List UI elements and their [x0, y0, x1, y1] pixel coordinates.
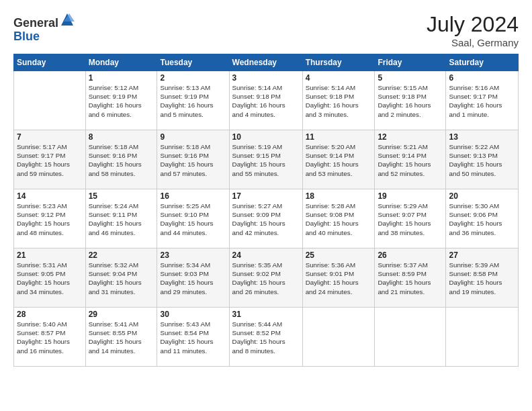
logo-blue: Blue — [13, 30, 40, 43]
col-friday: Friday — [375, 54, 446, 71]
calendar-cell: 3Sunrise: 5:14 AMSunset: 9:18 PMDaylight… — [229, 71, 302, 130]
location: Saal, Germany — [427, 37, 519, 48]
day-number: 29 — [89, 310, 154, 319]
cell-content: Sunrise: 5:12 AMSunset: 9:19 PMDaylight:… — [89, 83, 154, 119]
day-number: 24 — [232, 250, 300, 260]
cell-content: Sunrise: 5:19 AMSunset: 9:15 PMDaylight:… — [232, 142, 300, 178]
cell-content: Sunrise: 5:41 AMSunset: 8:55 PMDaylight:… — [89, 320, 154, 355]
day-number: 21 — [17, 250, 83, 260]
day-number: 3 — [232, 73, 300, 83]
calendar-cell: 10Sunrise: 5:19 AMSunset: 9:15 PMDayligh… — [229, 130, 302, 189]
cell-content: Sunrise: 5:23 AMSunset: 9:12 PMDaylight:… — [17, 201, 83, 237]
calendar-cell: 13Sunrise: 5:22 AMSunset: 9:13 PMDayligh… — [446, 130, 519, 189]
calendar-cell — [375, 308, 446, 367]
calendar-cell: 11Sunrise: 5:20 AMSunset: 9:14 PMDayligh… — [302, 130, 375, 189]
cell-content: Sunrise: 5:17 AMSunset: 9:17 PMDaylight:… — [17, 142, 83, 178]
cell-content: Sunrise: 5:18 AMSunset: 9:16 PMDaylight:… — [160, 142, 226, 178]
day-number: 20 — [449, 191, 515, 201]
calendar-cell: 5Sunrise: 5:15 AMSunset: 9:18 PMDaylight… — [375, 71, 446, 130]
cell-content: Sunrise: 5:28 AMSunset: 9:08 PMDaylight:… — [306, 201, 372, 237]
calendar-cell: 26Sunrise: 5:37 AMSunset: 8:59 PMDayligh… — [375, 248, 446, 308]
cell-content: Sunrise: 5:30 AMSunset: 9:06 PMDaylight:… — [449, 201, 515, 237]
cell-content: Sunrise: 5:14 AMSunset: 9:18 PMDaylight:… — [306, 83, 372, 119]
day-number: 18 — [306, 191, 372, 201]
day-number: 26 — [378, 250, 443, 260]
calendar-week-4: 28Sunrise: 5:40 AMSunset: 8:57 PMDayligh… — [14, 308, 519, 367]
cell-content: Sunrise: 5:14 AMSunset: 9:18 PMDaylight:… — [232, 83, 300, 119]
calendar-cell: 24Sunrise: 5:35 AMSunset: 9:02 PMDayligh… — [229, 248, 302, 308]
day-number: 8 — [89, 132, 154, 142]
cell-content: Sunrise: 5:34 AMSunset: 9:03 PMDaylight:… — [160, 261, 226, 296]
cell-content: Sunrise: 5:16 AMSunset: 9:17 PMDaylight:… — [449, 83, 515, 119]
calendar-cell — [446, 308, 519, 367]
calendar-cell: 1Sunrise: 5:12 AMSunset: 9:19 PMDaylight… — [85, 71, 157, 130]
day-number: 23 — [160, 250, 226, 260]
calendar-cell: 16Sunrise: 5:25 AMSunset: 9:10 PMDayligh… — [157, 189, 229, 248]
cell-content: Sunrise: 5:37 AMSunset: 8:59 PMDaylight:… — [378, 261, 443, 296]
col-thursday: Thursday — [302, 54, 375, 71]
calendar-cell: 27Sunrise: 5:39 AMSunset: 8:58 PMDayligh… — [446, 248, 519, 308]
logo: General Blue — [13, 12, 75, 44]
day-number: 5 — [378, 73, 443, 83]
header: General Blue July 2024 Saal, Germany — [13, 12, 519, 48]
day-number: 16 — [160, 191, 226, 201]
cell-content: Sunrise: 5:20 AMSunset: 9:14 PMDaylight:… — [306, 142, 372, 178]
calendar-week-1: 7Sunrise: 5:17 AMSunset: 9:17 PMDaylight… — [14, 130, 519, 189]
day-number: 12 — [378, 132, 443, 142]
calendar-cell: 8Sunrise: 5:18 AMSunset: 9:16 PMDaylight… — [85, 130, 157, 189]
cell-content: Sunrise: 5:25 AMSunset: 9:10 PMDaylight:… — [160, 201, 226, 237]
calendar-cell: 12Sunrise: 5:21 AMSunset: 9:14 PMDayligh… — [375, 130, 446, 189]
calendar-cell: 29Sunrise: 5:41 AMSunset: 8:55 PMDayligh… — [85, 308, 157, 367]
cell-content: Sunrise: 5:43 AMSunset: 8:54 PMDaylight:… — [160, 320, 226, 355]
day-number: 11 — [306, 132, 372, 142]
calendar-cell: 31Sunrise: 5:44 AMSunset: 8:52 PMDayligh… — [229, 308, 302, 367]
logo-text: General Blue — [13, 12, 75, 44]
calendar-cell — [302, 308, 375, 367]
day-number: 25 — [306, 250, 372, 260]
cell-content: Sunrise: 5:29 AMSunset: 9:07 PMDaylight:… — [378, 201, 443, 237]
cell-content: Sunrise: 5:40 AMSunset: 8:57 PMDaylight:… — [17, 320, 83, 355]
logo-icon — [60, 12, 75, 27]
day-number: 2 — [160, 73, 226, 83]
calendar-cell: 21Sunrise: 5:31 AMSunset: 9:05 PMDayligh… — [14, 248, 86, 308]
calendar-cell: 4Sunrise: 5:14 AMSunset: 9:18 PMDaylight… — [302, 71, 375, 130]
day-number: 6 — [449, 73, 515, 83]
day-number: 30 — [160, 310, 226, 319]
calendar-cell: 6Sunrise: 5:16 AMSunset: 9:17 PMDaylight… — [446, 71, 519, 130]
cell-content: Sunrise: 5:39 AMSunset: 8:58 PMDaylight:… — [449, 261, 515, 296]
calendar-cell: 9Sunrise: 5:18 AMSunset: 9:16 PMDaylight… — [157, 130, 229, 189]
month-year: July 2024 — [427, 12, 519, 37]
col-wednesday: Wednesday — [229, 54, 302, 71]
calendar-cell — [14, 71, 86, 130]
col-saturday: Saturday — [446, 54, 519, 71]
calendar-cell: 18Sunrise: 5:28 AMSunset: 9:08 PMDayligh… — [302, 189, 375, 248]
day-number: 19 — [378, 191, 443, 201]
cell-content: Sunrise: 5:13 AMSunset: 9:19 PMDaylight:… — [160, 83, 226, 119]
calendar-cell: 19Sunrise: 5:29 AMSunset: 9:07 PMDayligh… — [375, 189, 446, 248]
calendar-week-3: 21Sunrise: 5:31 AMSunset: 9:05 PMDayligh… — [14, 248, 519, 308]
calendar: Sunday Monday Tuesday Wednesday Thursday… — [13, 54, 519, 367]
logo-general: General — [13, 16, 58, 30]
page: General Blue July 2024 Saal, Germany Sun… — [0, 0, 532, 411]
day-number: 13 — [449, 132, 515, 142]
day-number: 1 — [89, 73, 154, 83]
day-number: 17 — [232, 191, 300, 201]
calendar-cell: 23Sunrise: 5:34 AMSunset: 9:03 PMDayligh… — [157, 248, 229, 308]
cell-content: Sunrise: 5:36 AMSunset: 9:01 PMDaylight:… — [306, 261, 372, 296]
calendar-cell: 7Sunrise: 5:17 AMSunset: 9:17 PMDaylight… — [14, 130, 86, 189]
calendar-week-0: 1Sunrise: 5:12 AMSunset: 9:19 PMDaylight… — [14, 71, 519, 130]
cell-content: Sunrise: 5:31 AMSunset: 9:05 PMDaylight:… — [17, 261, 83, 296]
calendar-cell: 15Sunrise: 5:24 AMSunset: 9:11 PMDayligh… — [85, 189, 157, 248]
calendar-week-2: 14Sunrise: 5:23 AMSunset: 9:12 PMDayligh… — [14, 189, 519, 248]
calendar-header-row: Sunday Monday Tuesday Wednesday Thursday… — [14, 54, 519, 71]
day-number: 7 — [17, 132, 83, 142]
calendar-cell: 14Sunrise: 5:23 AMSunset: 9:12 PMDayligh… — [14, 189, 86, 248]
day-number: 27 — [449, 250, 515, 260]
title-block: July 2024 Saal, Germany — [427, 12, 519, 48]
cell-content: Sunrise: 5:35 AMSunset: 9:02 PMDaylight:… — [232, 261, 300, 296]
calendar-cell: 2Sunrise: 5:13 AMSunset: 9:19 PMDaylight… — [157, 71, 229, 130]
cell-content: Sunrise: 5:32 AMSunset: 9:04 PMDaylight:… — [89, 261, 154, 296]
calendar-cell: 25Sunrise: 5:36 AMSunset: 9:01 PMDayligh… — [302, 248, 375, 308]
cell-content: Sunrise: 5:44 AMSunset: 8:52 PMDaylight:… — [232, 320, 300, 355]
day-number: 22 — [89, 250, 154, 260]
